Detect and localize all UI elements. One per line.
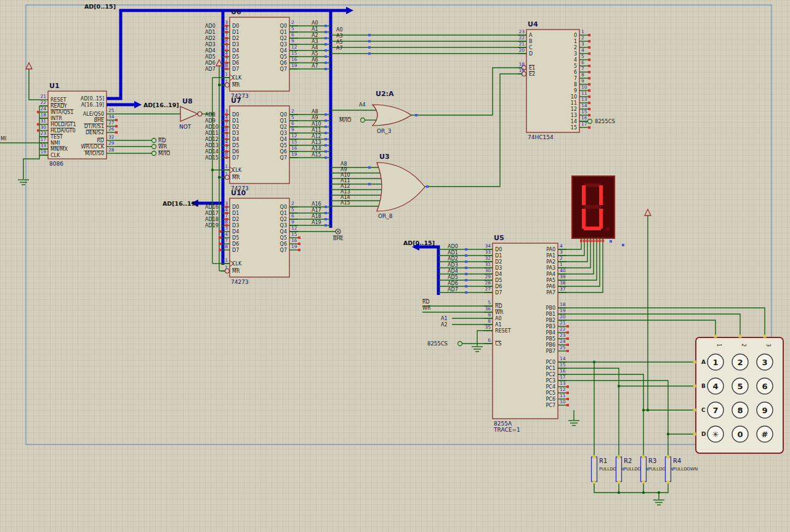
marker (588, 58, 590, 61)
pin-number: 14 (222, 232, 228, 237)
pin-number: 39 (560, 274, 566, 280)
pin-name: 8 (574, 82, 577, 87)
net-label: A19 (312, 220, 321, 225)
marker (667, 456, 670, 459)
net-label: A9 (312, 115, 318, 121)
pin-number: 22 (560, 326, 566, 332)
key-label: ✳ (712, 430, 719, 439)
pin-name: D5 (232, 143, 239, 148)
pin-name: Q4 (280, 229, 287, 235)
resistor-R3[interactable] (641, 457, 647, 482)
resistor-R2[interactable] (616, 457, 622, 482)
bus[interactable] (419, 247, 438, 295)
marker (588, 126, 590, 129)
pin-number: 17 (560, 374, 566, 380)
marker (465, 248, 467, 251)
net-label: AD13 (205, 143, 219, 148)
junction-dot (642, 491, 645, 494)
pin-number: 10 (581, 84, 587, 90)
pin-name: MR (232, 83, 240, 88)
marker (225, 113, 228, 116)
pin-number: 33 (485, 249, 491, 255)
marker (225, 62, 228, 64)
terminal[interactable] (152, 139, 156, 143)
marker (225, 150, 228, 153)
keypad-row-label: B (701, 383, 706, 389)
ic-ref: U6 (231, 8, 241, 16)
pin-name: Q6 (280, 241, 287, 247)
wire[interactable] (425, 74, 522, 187)
marker (426, 185, 429, 188)
pin-number: 8 (488, 318, 491, 324)
resistor-R4[interactable] (666, 457, 671, 482)
pin-name: D7 (232, 155, 239, 161)
wire[interactable] (558, 308, 765, 336)
wire[interactable] (29, 69, 39, 100)
wire[interactable] (558, 314, 740, 336)
pin-number: 9 (581, 78, 584, 84)
pin-number: 17 (581, 121, 587, 127)
marker (225, 43, 228, 46)
pin-name: BHE (94, 118, 104, 123)
wire[interactable] (558, 239, 590, 268)
pin-name: D3 (232, 131, 239, 136)
wire[interactable] (558, 381, 668, 457)
wire[interactable] (594, 482, 668, 493)
net-label: A13 (341, 189, 350, 195)
gate-ref: U2:A (376, 90, 394, 98)
key-label: 6 (762, 382, 767, 391)
marker (566, 392, 569, 394)
gate-U3[interactable] (377, 163, 425, 211)
net-label: A16 (312, 201, 321, 207)
net-label: A7 (336, 46, 343, 51)
pin-name: 0 (574, 33, 577, 38)
terminal[interactable] (458, 342, 462, 346)
junction-dot (658, 491, 660, 494)
pin-name: 9 (574, 88, 577, 94)
pin-name: Q0 (280, 23, 287, 29)
pin-number: 7 (581, 66, 584, 71)
bus-label: AD[16..19] (143, 102, 179, 108)
marker (324, 218, 327, 220)
power-terminal[interactable] (645, 209, 651, 216)
marker (324, 156, 327, 159)
ic-value2: TRACE=1 (493, 427, 520, 433)
marker (225, 144, 228, 147)
junction-dot (211, 169, 214, 171)
marker (368, 40, 371, 42)
pin-name: Q3 (280, 131, 287, 136)
marker (566, 404, 569, 406)
pin-number: 19 (291, 63, 297, 68)
power-terminal[interactable] (26, 63, 32, 69)
terminal[interactable] (588, 119, 592, 124)
terminal[interactable] (152, 145, 156, 149)
wire[interactable] (558, 320, 715, 336)
net-label: AD11 (205, 131, 219, 136)
pin-name: PB1 (546, 312, 555, 317)
resistor-R1[interactable] (592, 457, 597, 482)
gate-U2:A[interactable] (373, 105, 411, 126)
marker (324, 55, 327, 58)
wire[interactable] (411, 68, 522, 115)
pin-name: PB3 (546, 324, 555, 329)
marker (368, 183, 371, 185)
key-label: 2 (737, 358, 743, 367)
pin-number: 1 (225, 265, 228, 270)
bus-label: AD[16..19] (163, 200, 198, 207)
marker (225, 218, 228, 220)
pin-name: PB6 (546, 342, 555, 348)
key-label: 7 (712, 406, 718, 415)
pin-number: 12 (560, 387, 566, 392)
net-label: A5 (312, 51, 318, 57)
keypad-col-label: 2 (741, 344, 746, 347)
terminal[interactable] (152, 151, 156, 156)
pin-name: Q5 (280, 235, 287, 241)
marker (465, 291, 467, 294)
pin-number: 31 (40, 118, 46, 124)
pin-name: C (529, 45, 533, 50)
gate-U8[interactable] (180, 107, 198, 121)
wire[interactable] (558, 368, 619, 457)
terminal[interactable] (361, 118, 365, 123)
pin-name: TEST (50, 134, 63, 140)
pin-number: 29 (485, 274, 491, 280)
